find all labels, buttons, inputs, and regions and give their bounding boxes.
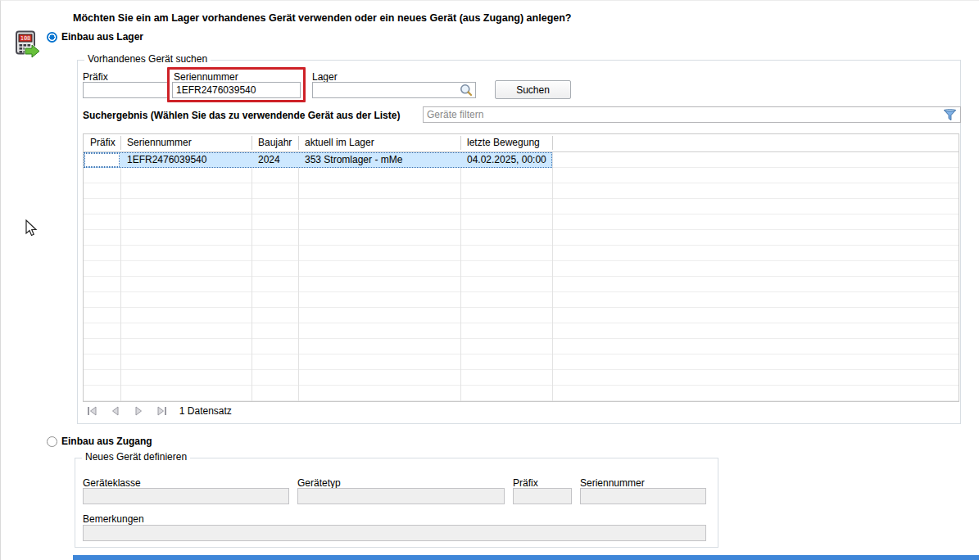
col-header-seriennummer[interactable]: Seriennummer [127, 137, 192, 148]
pager-first-icon[interactable] [86, 405, 98, 417]
radio-einbau-aus-zugang[interactable] [47, 436, 57, 447]
col-header-praefix[interactable]: Präfix [90, 137, 116, 148]
lager-search-magnifier-icon[interactable] [460, 84, 473, 97]
geraetetyp-label: Gerätetyp [297, 477, 341, 489]
results-table-header: Präfix Seriennummer Baujahr aktuell im L… [84, 134, 959, 152]
prefix-input[interactable] [83, 82, 168, 98]
search-result-label: Suchergebnis (Wählen Sie das zu verwende… [83, 110, 400, 121]
suchen-button[interactable]: Suchen [495, 80, 571, 99]
bottom-accent-strip [73, 555, 979, 560]
new-device-groupbox-legend: Neues Gerät definieren [82, 451, 190, 463]
radio-einbau-aus-zugang-label: Einbau aus Zugang [61, 436, 152, 447]
new-prefix-label: Präfix [513, 477, 538, 489]
cell-praefix[interactable] [84, 153, 120, 167]
pager: 1 Datensatz [86, 405, 232, 420]
bemerkungen-input[interactable] [83, 525, 706, 541]
new-prefix-input[interactable] [513, 488, 572, 504]
install-device-icon: 108 [15, 30, 43, 58]
cell-seriennummer: 1EFR2476039540 [127, 154, 206, 165]
pager-next-icon[interactable] [133, 405, 145, 417]
col-header-baujahr[interactable]: Baujahr [258, 137, 292, 148]
wizard-page: Möchten Sie ein am Lager vorhandenes Ger… [0, 0, 979, 560]
results-table-body: 1EFR2476039540 2024 353 Stromlager - mMe… [84, 152, 959, 401]
bemerkungen-label: Bemerkungen [83, 513, 144, 525]
table-row-selected[interactable]: 1EFR2476039540 2024 353 Stromlager - mMe… [84, 152, 552, 168]
lager-label: Lager [312, 71, 338, 83]
search-groupbox-legend: Vorhandenes Gerät suchen [84, 53, 211, 65]
filter-funnel-icon[interactable] [943, 109, 957, 121]
pager-previous-icon[interactable] [109, 405, 121, 417]
geraete-filter-input[interactable] [423, 106, 961, 123]
mouse-cursor [25, 219, 39, 237]
svg-text:108: 108 [20, 35, 31, 42]
radio-einbau-aus-lager[interactable] [47, 32, 57, 43]
pager-status: 1 Datensatz [179, 405, 232, 417]
prefix-label: Präfix [83, 71, 108, 83]
cell-baujahr: 2024 [258, 154, 280, 165]
cell-aktuell-im-lager: 353 Stromlager - mMe [305, 154, 402, 165]
geraetetyp-input[interactable] [297, 488, 505, 504]
lager-input[interactable] [312, 82, 476, 98]
radio-einbau-aus-lager-label: Einbau aus Lager [61, 31, 143, 43]
page-title: Möchten Sie ein am Lager vorhandenes Ger… [73, 12, 571, 24]
pager-last-icon[interactable] [156, 405, 168, 417]
new-serial-input[interactable] [580, 488, 706, 504]
geraeteklasse-input[interactable] [83, 488, 289, 504]
col-header-letzte-bewegung[interactable]: letzte Bewegung [467, 137, 540, 148]
results-table: Präfix Seriennummer Baujahr aktuell im L… [83, 133, 959, 402]
red-highlight-annotation [167, 67, 306, 102]
geraeteklasse-label: Geräteklasse [83, 477, 141, 489]
new-serial-label: Seriennummer [580, 477, 645, 489]
col-header-aktuell-im-lager[interactable]: aktuell im Lager [305, 137, 374, 148]
cell-letzte-bewegung: 04.02.2025, 00:00 [467, 154, 546, 165]
